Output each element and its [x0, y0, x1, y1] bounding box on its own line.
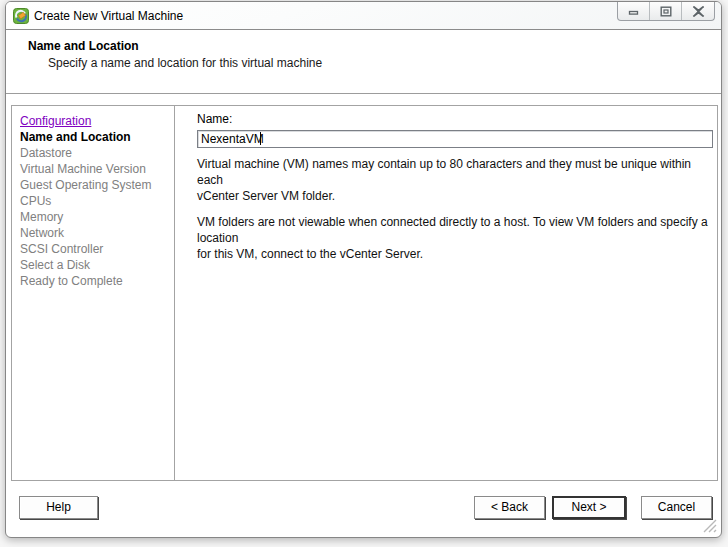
vm-name-help-text-1: Virtual machine (VM) names may contain u… — [197, 156, 711, 204]
step-title: Name and Location — [28, 39, 139, 53]
close-button[interactable] — [682, 2, 714, 20]
sidebar-item-ready-to-complete: Ready to Complete — [20, 273, 168, 289]
sidebar-item-name-and-location: Name and Location — [20, 129, 168, 145]
sidebar-item-cpus: CPUs — [20, 193, 168, 209]
wizard-steps-sidebar: Configuration Name and Location Datastor… — [12, 106, 175, 480]
wizard-step-header: Name and Location Specify a name and loc… — [6, 31, 721, 94]
restore-icon — [660, 6, 672, 17]
title-bar[interactable]: Create New Virtual Machine — [6, 2, 721, 30]
window-title: Create New Virtual Machine — [34, 9, 183, 23]
sidebar-item-scsi-controller: SCSI Controller — [20, 241, 168, 257]
vm-name-input-wrap — [197, 130, 713, 148]
step-content: Name: Virtual machine (VM) names may con… — [176, 106, 717, 480]
sidebar-item-guest-operating-system: Guest Operating System — [20, 177, 168, 193]
window-controls — [617, 2, 715, 21]
sidebar-item-network: Network — [20, 225, 168, 241]
cancel-button[interactable]: Cancel — [641, 496, 712, 519]
step-subtitle: Specify a name and location for this vir… — [48, 56, 322, 70]
wizard-body-panel: Configuration Name and Location Datastor… — [11, 105, 718, 481]
sidebar-item-virtual-machine-version: Virtual Machine Version — [20, 161, 168, 177]
create-vm-wizard-dialog: Create New Virtual Machine Name and — [5, 1, 722, 538]
sidebar-item-memory: Memory — [20, 209, 168, 225]
vm-name-input[interactable] — [197, 130, 713, 148]
sidebar-item-datastore: Datastore — [20, 145, 168, 161]
next-button[interactable]: Next > — [552, 496, 626, 519]
sidebar-item-configuration[interactable]: Configuration — [20, 113, 168, 129]
close-icon — [692, 6, 705, 17]
resize-grip-icon[interactable] — [702, 518, 717, 533]
vsphere-app-icon — [13, 8, 29, 24]
sidebar-item-select-a-disk: Select a Disk — [20, 257, 168, 273]
minimize-button[interactable] — [618, 2, 650, 20]
minimize-icon — [628, 6, 640, 16]
restore-button[interactable] — [650, 2, 682, 20]
vm-name-label: Name: — [197, 112, 711, 126]
vm-name-help-text-2: VM folders are not viewable when connect… — [197, 214, 711, 262]
text-caret — [260, 132, 261, 145]
help-button[interactable]: Help — [19, 496, 98, 519]
back-button[interactable]: < Back — [474, 496, 545, 519]
